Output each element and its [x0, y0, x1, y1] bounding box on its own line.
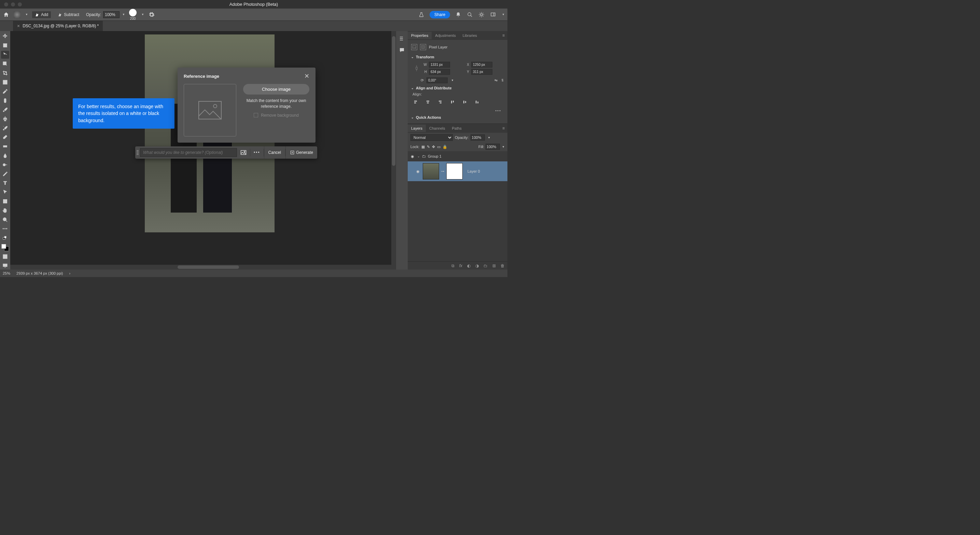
flip-vertical-icon[interactable]: ⥮	[501, 78, 504, 83]
bell-icon[interactable]	[455, 11, 462, 18]
mask-thumbnail[interactable]	[446, 163, 463, 179]
path-selection-tool[interactable]	[1, 188, 9, 196]
layer-style-icon[interactable]: fx	[459, 264, 462, 268]
brush-tool[interactable]	[1, 106, 9, 114]
brush-preview[interactable]	[129, 9, 137, 16]
opacity-input[interactable]	[103, 11, 119, 18]
marquee-tool[interactable]	[1, 41, 9, 49]
minimize-window-button[interactable]	[11, 2, 15, 6]
mask-link-icon[interactable]: ⊶	[441, 170, 444, 173]
zoom-tool[interactable]	[1, 216, 9, 224]
screen-mode-icon[interactable]	[1, 262, 9, 270]
reference-image-placeholder[interactable]	[184, 84, 236, 137]
tab-channels[interactable]: Channels	[426, 125, 448, 132]
layer-group-row[interactable]: ◉ ⌄ 🗀 Group 1	[408, 151, 508, 161]
new-group-icon[interactable]: 🗀	[484, 264, 488, 268]
maximize-window-button[interactable]	[18, 2, 22, 6]
scrollbar-thumb[interactable]	[392, 36, 395, 166]
add-to-selection-button[interactable]: Add	[32, 11, 51, 18]
caret-icon[interactable]: ▼	[142, 13, 144, 16]
layer-mask-icon[interactable]: ◐	[467, 264, 471, 268]
document-tab[interactable]: × DSC_0134.jpg @ 25% (Layer 0, RGB/8) *	[13, 21, 103, 31]
reference-image-icon[interactable]	[237, 146, 250, 159]
workspace-icon[interactable]	[490, 11, 496, 18]
x-input[interactable]	[471, 62, 492, 68]
choose-image-button[interactable]: Choose image	[243, 84, 309, 95]
align-top-icon[interactable]	[449, 99, 455, 105]
more-options-icon[interactable]: •••	[250, 146, 264, 159]
tab-adjustments[interactable]: Adjustments	[432, 32, 459, 39]
frame-tool[interactable]	[1, 78, 9, 86]
drag-handle-icon[interactable]	[135, 150, 140, 155]
caret-icon[interactable]: ▼	[122, 13, 125, 16]
move-tool[interactable]	[1, 32, 9, 40]
more-options-icon[interactable]: •••	[411, 107, 504, 114]
align-section-header[interactable]: ⌄ Align and Distribute	[411, 85, 504, 91]
hand-tool[interactable]	[1, 207, 9, 214]
align-right-icon[interactable]	[437, 99, 443, 105]
lock-artboard-icon[interactable]: ▭	[437, 144, 441, 149]
blur-tool[interactable]	[1, 151, 9, 159]
crop-tool[interactable]	[1, 69, 9, 77]
height-input[interactable]	[429, 69, 450, 75]
new-layer-icon[interactable]: ⊞	[492, 264, 496, 268]
object-selection-tool[interactable]	[1, 60, 9, 68]
chevron-down-icon[interactable]: ⌄	[417, 154, 420, 158]
visibility-toggle-icon[interactable]: ◉	[410, 154, 415, 159]
caret-icon[interactable]: ▼	[502, 13, 505, 16]
foreground-background-colors[interactable]	[2, 244, 9, 251]
search-icon[interactable]	[466, 11, 473, 18]
type-tool[interactable]	[1, 179, 9, 187]
brush-preset-picker[interactable]	[14, 11, 21, 18]
spot-healing-tool[interactable]	[1, 97, 9, 105]
align-bottom-icon[interactable]	[474, 99, 480, 105]
zoom-level[interactable]: 25%	[3, 271, 10, 275]
document-dimensions[interactable]: 2939 px x 3674 px (300 ppi)	[16, 271, 63, 275]
y-input[interactable]	[471, 69, 492, 75]
scrollbar-thumb[interactable]	[178, 265, 239, 269]
quick-selection-tool[interactable]	[1, 51, 9, 59]
layer-thumbnail[interactable]	[423, 163, 439, 179]
fill-input[interactable]	[485, 144, 500, 150]
share-button[interactable]: Share	[430, 11, 450, 18]
transform-section-header[interactable]: ⌄ Transform	[411, 54, 504, 60]
width-input[interactable]	[429, 62, 450, 68]
generate-prompt-input[interactable]	[140, 148, 237, 157]
pen-tool[interactable]	[1, 170, 9, 178]
comments-panel-icon[interactable]	[398, 47, 405, 54]
history-brush-tool[interactable]	[1, 124, 9, 132]
chevron-right-icon[interactable]: ›	[69, 271, 70, 275]
tab-paths[interactable]: Paths	[449, 125, 465, 132]
more-tools[interactable]: •••	[1, 225, 9, 233]
link-dimensions-icon[interactable]	[414, 65, 419, 72]
remove-background-option[interactable]: Remove background	[254, 113, 299, 118]
caret-icon[interactable]: ▼	[451, 79, 454, 82]
cancel-button[interactable]: Cancel	[264, 146, 285, 159]
close-window-button[interactable]	[4, 2, 8, 6]
adjustment-layer-icon[interactable]: ◑	[475, 264, 479, 268]
lock-transparency-icon[interactable]: ▦	[422, 144, 425, 149]
shape-tool[interactable]	[1, 198, 9, 205]
blend-mode-select[interactable]: Normal	[410, 134, 453, 141]
rotation-input[interactable]	[426, 78, 448, 83]
checkbox-icon[interactable]	[254, 113, 258, 117]
canvas[interactable]: For better results, choose an image with…	[10, 31, 396, 270]
foreground-color[interactable]	[2, 244, 6, 249]
subtract-from-selection-button[interactable]: Subtract	[55, 11, 82, 18]
vertical-scrollbar[interactable]	[391, 31, 396, 270]
panel-menu-icon[interactable]: ≡	[502, 33, 508, 38]
default-colors-icon[interactable]	[1, 234, 9, 242]
flip-horizontal-icon[interactable]: ⇋	[495, 78, 498, 83]
quick-actions-section-header[interactable]: ⌄ Quick Actions	[411, 114, 504, 121]
dodge-tool[interactable]	[1, 161, 9, 168]
horizontal-scrollbar[interactable]	[10, 265, 396, 270]
help-icon[interactable]	[478, 11, 485, 18]
lock-paint-icon[interactable]: ✎	[427, 144, 430, 149]
link-layers-icon[interactable]: ⧉	[452, 264, 455, 268]
close-tab-icon[interactable]: ×	[17, 23, 20, 29]
tab-layers[interactable]: Layers	[408, 125, 426, 132]
align-center-v-icon[interactable]	[462, 99, 468, 105]
tab-properties[interactable]: Properties	[408, 32, 432, 39]
beaker-icon[interactable]	[418, 11, 425, 18]
generate-button[interactable]: Generate	[285, 146, 317, 159]
